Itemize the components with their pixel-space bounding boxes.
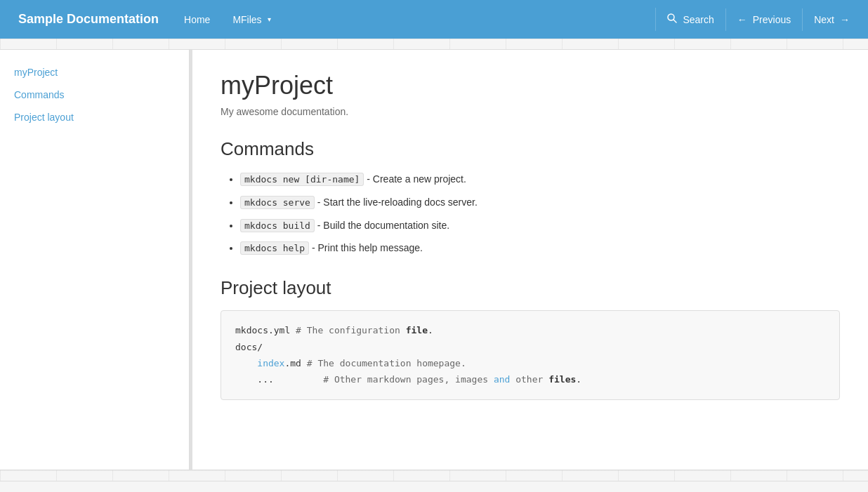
page-subtitle: My awesome documentation.: [221, 106, 840, 117]
code-line-4: ... # Other markdown pages, images and o…: [235, 371, 825, 387]
command-code-4: mkdocs help: [240, 241, 309, 255]
code-block: mkdocs.yml # The configuration file. doc…: [221, 310, 840, 400]
page-title: myProject: [221, 71, 840, 100]
commands-list: mkdocs new [dir-name] - Create a new pro…: [221, 171, 840, 256]
command-code-2: mkdocs serve: [240, 196, 315, 209]
command-code-1: mkdocs new [dir-name]: [240, 173, 364, 186]
code-line-3: index.md # The documentation homepage.: [235, 355, 825, 371]
command-code-3: mkdocs build: [240, 219, 315, 232]
command-desc-2: - Start the live-reloading docs server.: [317, 197, 478, 208]
page-container: myProject Commands Project layout myProj…: [0, 50, 868, 470]
project-layout-heading: Project layout: [221, 277, 840, 299]
list-item: mkdocs help - Print this help message.: [240, 240, 840, 256]
arrow-right-icon: →: [840, 14, 850, 25]
command-desc-3: - Build the documentation site.: [317, 220, 449, 231]
navbar-mfiles-dropdown[interactable]: MFiles ▾: [221, 8, 282, 31]
list-item: mkdocs new [dir-name] - Create a new pro…: [240, 171, 840, 187]
grid-decoration: [0, 39, 868, 50]
navbar-brand[interactable]: Sample Documentation: [7, 12, 170, 27]
code-line-2: docs/: [235, 339, 825, 355]
arrow-left-icon: ←: [737, 14, 747, 25]
grid-decoration-bottom: [0, 470, 868, 481]
navbar-right-actions: Search ← Previous Next →: [655, 8, 861, 31]
sidebar: myProject Commands Project layout: [0, 50, 190, 470]
footer: Documentation built with MkDocs.: [0, 481, 868, 492]
code-line-1: mkdocs.yml # The configuration file.: [235, 322, 825, 338]
navbar-home[interactable]: Home: [173, 8, 221, 31]
search-icon: [667, 13, 677, 25]
list-item: mkdocs build - Build the documentation s…: [240, 218, 840, 234]
command-desc-4: - Print this help message.: [312, 242, 423, 253]
svg-line-1: [673, 20, 676, 22]
navbar: Sample Documentation Home MFiles ▾ Searc…: [0, 0, 868, 39]
next-button[interactable]: Next →: [802, 8, 861, 31]
code-index-link[interactable]: index: [257, 358, 284, 368]
sidebar-item-project-layout[interactable]: Project layout: [0, 106, 189, 128]
main-content: myProject My awesome documentation. Comm…: [192, 50, 868, 470]
sidebar-item-commands[interactable]: Commands: [0, 84, 189, 106]
list-item: mkdocs serve - Start the live-reloading …: [240, 194, 840, 211]
chevron-down-icon: ▾: [268, 15, 271, 23]
previous-button[interactable]: ← Previous: [725, 8, 802, 31]
commands-heading: Commands: [221, 138, 840, 160]
sidebar-item-myproject[interactable]: myProject: [0, 61, 189, 84]
command-desc-1: - Create a new project.: [367, 173, 466, 185]
search-button[interactable]: Search: [655, 8, 725, 31]
